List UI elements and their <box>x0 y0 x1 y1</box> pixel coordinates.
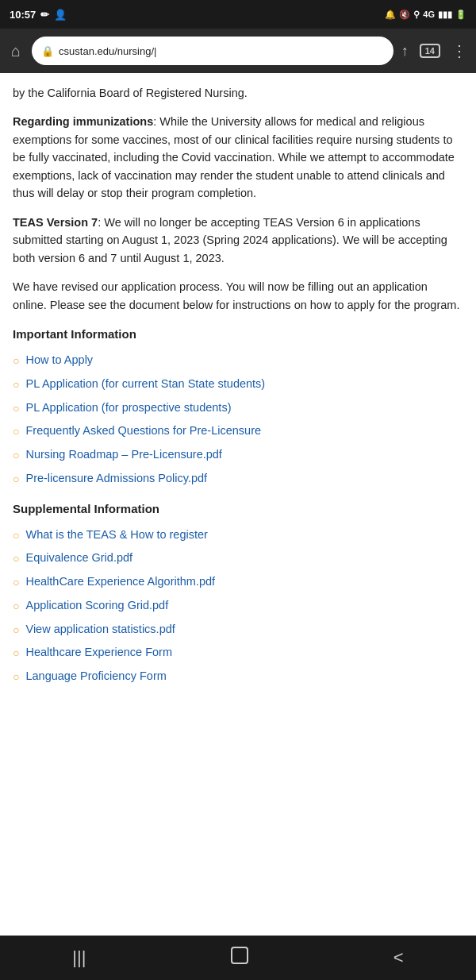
share-icon[interactable]: ↑ <box>401 43 409 60</box>
time-display: 10:57 <box>10 9 36 21</box>
bullet-circle-icon: ○ <box>13 353 19 370</box>
link-item[interactable]: HealthCare Experience Algorithm.pdf <box>25 573 215 590</box>
bullet-circle-icon: ○ <box>13 423 19 441</box>
network-label: 4G <box>423 10 435 19</box>
lock-status-icon: 👤 <box>54 9 67 21</box>
link-item[interactable]: View application statistics.pdf <box>25 620 175 638</box>
link-item[interactable]: Nursing Roadmap – Pre-Licensure.pdf <box>25 446 221 463</box>
list-item: ○ Application Scoring Grid.pdf <box>13 596 463 615</box>
bullet-circle-icon: ○ <box>13 598 19 615</box>
tab-count[interactable]: 14 <box>420 44 440 58</box>
important-heading: Important Information <box>13 325 463 343</box>
supplemental-heading: Supplemental Information <box>13 500 463 518</box>
bullet-circle-icon: ○ <box>13 645 19 662</box>
square-button[interactable] <box>215 940 264 975</box>
list-item: ○ Nursing Roadmap – Pre-Licensure.pdf <box>13 446 463 465</box>
more-options-icon[interactable]: ⋮ <box>451 41 468 60</box>
bullet-circle-icon: ○ <box>13 527 19 545</box>
menu-button[interactable]: ||| <box>56 941 102 974</box>
lock-icon: 🔒 <box>41 45 54 57</box>
signal-icon: ▮▮▮ <box>438 10 452 20</box>
list-item: ○ Equivalence Grid.pdf <box>13 549 463 568</box>
list-item: ○ How to Apply <box>13 351 463 370</box>
list-item: ○ PL Application (for current Stan State… <box>13 375 463 394</box>
bullet-circle-icon: ○ <box>13 447 19 465</box>
status-left: 10:57 ✏ 👤 <box>10 9 67 21</box>
link-item[interactable]: PL Application (for prospective students… <box>25 399 231 416</box>
bullet-circle-icon: ○ <box>13 550 19 568</box>
list-item: ○ Pre-licensure Admissions Policy.pdf <box>13 469 463 488</box>
teas-label: TEAS Version 7 <box>13 216 98 229</box>
revised-paragraph: We have revised our application process.… <box>13 278 463 314</box>
bullet-circle-icon: ○ <box>13 376 19 394</box>
supplemental-links-list: ○ What is the TEAS & How to register ○ E… <box>13 526 463 686</box>
list-item: ○ PL Application (for prospective studen… <box>13 399 463 418</box>
link-item[interactable]: Pre-licensure Admissions Policy.pdf <box>25 469 207 487</box>
bullet-circle-icon: ○ <box>13 574 19 592</box>
link-item[interactable]: What is the TEAS & How to register <box>25 526 207 543</box>
page-content: by the California Board of Registered Nu… <box>0 73 476 936</box>
bullet-circle-icon: ○ <box>13 400 19 418</box>
link-item[interactable]: Frequently Asked Questions for Pre-Licen… <box>25 422 261 439</box>
bottom-nav: ||| < <box>0 936 476 980</box>
bullet-circle-icon: ○ <box>13 471 19 488</box>
back-button[interactable]: < <box>378 941 420 974</box>
browser-bar: ⌂ 🔒 csustan.edu/nursing/| ↑ 14 ⋮ <box>0 29 476 73</box>
home-button[interactable]: ⌂ <box>8 39 24 64</box>
url-bar[interactable]: 🔒 csustan.edu/nursing/| <box>32 37 393 65</box>
link-item[interactable]: Application Scoring Grid.pdf <box>25 596 168 614</box>
important-links-list: ○ How to Apply ○ PL Application (for cur… <box>13 351 463 488</box>
status-right: 🔔 🔇 ⚲ 4G ▮▮▮ 🔋 <box>385 10 466 20</box>
battery-icon: 🔋 <box>455 10 466 20</box>
bullet-circle-icon: ○ <box>13 669 19 686</box>
link-item[interactable]: Healthcare Experience Form <box>25 643 172 661</box>
list-item: ○ HealthCare Experience Algorithm.pdf <box>13 573 463 592</box>
location-icon: ⚲ <box>413 10 420 20</box>
list-item: ○ View application statistics.pdf <box>13 620 463 639</box>
mute-icon: 🔇 <box>399 10 410 20</box>
square-icon <box>231 947 248 964</box>
immunizations-section: Regarding immunizations: While the Unive… <box>13 113 463 202</box>
link-item[interactable]: Equivalence Grid.pdf <box>25 549 132 566</box>
teas-section: TEAS Version 7: We will no longer be acc… <box>13 214 463 267</box>
url-text: csustan.edu/nursing/| <box>59 45 156 57</box>
intro-paragraph: by the California Board of Registered Nu… <box>13 84 463 102</box>
list-item: ○ Frequently Asked Questions for Pre-Lic… <box>13 422 463 441</box>
link-item[interactable]: Language Proficiency Form <box>25 667 166 685</box>
bullet-circle-icon: ○ <box>13 622 19 639</box>
edit-icon: ✏ <box>40 9 49 21</box>
immunizations-label: Regarding immunizations <box>13 115 153 128</box>
list-item: ○ Language Proficiency Form <box>13 667 463 686</box>
list-item: ○ Healthcare Experience Form <box>13 643 463 662</box>
link-item[interactable]: How to Apply <box>25 351 93 368</box>
list-item: ○ What is the TEAS & How to register <box>13 526 463 545</box>
status-bar: 10:57 ✏ 👤 🔔 🔇 ⚲ 4G ▮▮▮ 🔋 <box>0 0 476 29</box>
alarm-icon: 🔔 <box>385 10 396 20</box>
link-item[interactable]: PL Application (for current Stan State s… <box>25 375 265 392</box>
browser-actions: ↑ 14 ⋮ <box>401 41 468 60</box>
